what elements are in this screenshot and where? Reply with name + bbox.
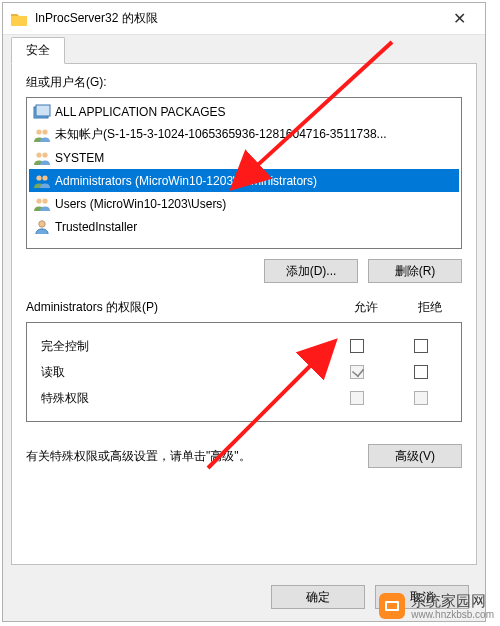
deny-checkbox[interactable] [414, 365, 428, 379]
allow-column-header: 允许 [334, 299, 398, 316]
groups-label: 组或用户名(G): [26, 74, 462, 91]
allow-checkbox [350, 365, 364, 379]
permissions-header: Administrators 的权限(P) 允许 拒绝 [26, 299, 462, 316]
deny-column-header: 拒绝 [398, 299, 462, 316]
remove-button[interactable]: 删除(R) [368, 259, 462, 283]
advanced-button[interactable]: 高级(V) [368, 444, 462, 468]
svg-point-2 [36, 129, 41, 134]
principal-icon [33, 196, 51, 212]
tabstrip: 安全 [3, 35, 485, 63]
advanced-row: 有关特殊权限或高级设置，请单击"高级"。 高级(V) [26, 444, 462, 468]
permissions-for-label: Administrators 的权限(P) [26, 299, 334, 316]
principal-row[interactable]: TrustedInstaller [29, 215, 459, 238]
advanced-hint-text: 有关特殊权限或高级设置，请单击"高级"。 [26, 448, 358, 465]
principal-row[interactable]: 未知帐户(S-1-15-3-1024-1065365936-1281604716… [29, 123, 459, 146]
deny-checkbox [414, 391, 428, 405]
principal-name: ALL APPLICATION PACKAGES [55, 105, 226, 119]
principal-icon [33, 173, 51, 189]
security-tabpage: 组或用户名(G): ALL APPLICATION PACKAGES未知帐户(S… [11, 63, 477, 565]
principal-row[interactable]: ALL APPLICATION PACKAGES [29, 100, 459, 123]
principal-name: SYSTEM [55, 151, 104, 165]
allow-checkbox[interactable] [350, 339, 364, 353]
svg-point-9 [42, 198, 47, 203]
ok-button[interactable]: 确定 [271, 585, 365, 609]
principal-icon [33, 127, 51, 143]
svg-point-10 [39, 220, 45, 226]
svg-rect-1 [36, 105, 50, 116]
principal-buttons-row: 添加(D)... 删除(R) [26, 259, 462, 283]
tab-security[interactable]: 安全 [11, 37, 65, 64]
svg-point-4 [36, 152, 41, 157]
svg-point-8 [36, 198, 41, 203]
permissions-dialog: InProcServer32 的权限 ✕ 安全 组或用户名(G): ALL AP… [2, 2, 486, 622]
svg-point-3 [42, 129, 47, 134]
close-button[interactable]: ✕ [437, 4, 481, 34]
window-title: InProcServer32 的权限 [35, 10, 437, 27]
deny-checkbox[interactable] [414, 339, 428, 353]
principal-name: Administrators (MicroWin10-1203\Administ… [55, 174, 317, 188]
permission-name: 完全控制 [35, 338, 325, 355]
cancel-button[interactable]: 取消 [375, 585, 469, 609]
principal-icon [33, 219, 51, 235]
svg-point-6 [36, 175, 41, 180]
svg-point-7 [42, 175, 47, 180]
permission-row: 特殊权限 [35, 385, 453, 411]
principal-name: Users (MicroWin10-1203\Users) [55, 197, 226, 211]
folder-icon [11, 12, 27, 26]
principal-icon [33, 104, 51, 120]
principals-listbox[interactable]: ALL APPLICATION PACKAGES未知帐户(S-1-15-3-10… [26, 97, 462, 249]
permission-name: 特殊权限 [35, 390, 325, 407]
principal-row[interactable]: Users (MicroWin10-1203\Users) [29, 192, 459, 215]
principal-icon [33, 150, 51, 166]
allow-checkbox [350, 391, 364, 405]
principal-row[interactable]: Administrators (MicroWin10-1203\Administ… [29, 169, 459, 192]
permission-name: 读取 [35, 364, 325, 381]
permission-row: 完全控制 [35, 333, 453, 359]
permissions-box: 完全控制读取特殊权限 [26, 322, 462, 422]
principal-name: TrustedInstaller [55, 220, 137, 234]
principal-row[interactable]: SYSTEM [29, 146, 459, 169]
principal-name: 未知帐户(S-1-15-3-1024-1065365936-1281604716… [55, 126, 387, 143]
add-button[interactable]: 添加(D)... [264, 259, 358, 283]
titlebar: InProcServer32 的权限 ✕ [3, 3, 485, 35]
dialog-footer: 确定 取消 [3, 573, 485, 621]
svg-point-5 [42, 152, 47, 157]
permission-row: 读取 [35, 359, 453, 385]
